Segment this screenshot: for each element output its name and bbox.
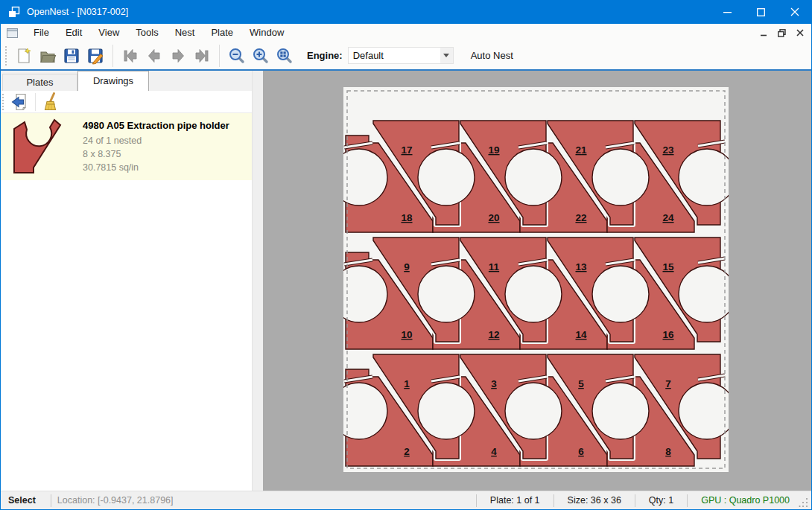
- status-separator: [554, 494, 554, 507]
- engine-value: Default: [349, 50, 440, 61]
- new-button[interactable]: [12, 45, 36, 67]
- menu-plate[interactable]: Plate: [203, 24, 241, 42]
- save-icon: [63, 47, 80, 65]
- panel-toolbar-separator: [35, 93, 36, 111]
- svg-text:21: 21: [575, 144, 587, 156]
- zoom-in-button[interactable]: [249, 45, 273, 67]
- tab-plates[interactable]: Plates: [2, 74, 77, 91]
- close-icon: [790, 7, 799, 16]
- menu-file[interactable]: File: [25, 24, 57, 42]
- zoom-out-button[interactable]: [225, 45, 249, 67]
- open-button[interactable]: [36, 45, 60, 67]
- toolbar-gripper[interactable]: [5, 46, 7, 66]
- part-thumbnail: [11, 118, 74, 175]
- first-plate-button[interactable]: [118, 45, 142, 67]
- zoom-fit-button[interactable]: [273, 45, 296, 67]
- title-bar: OpenNest - [N0317-002]: [1, 0, 811, 24]
- mdi-minimize-icon: [761, 30, 767, 36]
- broom-icon: [41, 92, 60, 112]
- mdi-close-button[interactable]: [796, 29, 804, 36]
- svg-text:14: 14: [575, 329, 587, 340]
- tab-strip: Plates Drawings: [1, 71, 252, 91]
- svg-text:5: 5: [578, 378, 584, 389]
- side-panel: Plates Drawings: [1, 71, 252, 491]
- panel-splitter[interactable]: [252, 71, 263, 491]
- maximize-button[interactable]: [744, 0, 778, 24]
- status-bar: Select Location: [-0.9437, 21.8796] Plat…: [1, 491, 811, 509]
- auto-nest-button[interactable]: Auto Nest: [466, 47, 518, 64]
- save-button[interactable]: [60, 45, 83, 67]
- previous-plate-button[interactable]: [142, 45, 166, 67]
- engine-select[interactable]: Default: [348, 47, 454, 64]
- svg-text:19: 19: [488, 144, 499, 156]
- previous-arrow-icon: [145, 47, 163, 65]
- close-button[interactable]: [778, 0, 811, 24]
- svg-text:16: 16: [662, 329, 674, 340]
- status-plate: Plate: 1 of 1: [483, 495, 548, 506]
- chevron-down-icon[interactable]: [440, 48, 453, 63]
- svg-text:10: 10: [401, 329, 412, 340]
- svg-text:4: 4: [491, 446, 497, 457]
- new-document-icon: [15, 47, 33, 65]
- mdi-restore-icon: [778, 29, 786, 37]
- status-separator: [51, 494, 51, 507]
- minimize-button[interactable]: [711, 0, 744, 24]
- import-drawing-button[interactable]: [9, 92, 31, 112]
- svg-text:8: 8: [665, 446, 671, 457]
- drawing-title: 4980 A05 Extraction pipe holder: [83, 120, 229, 131]
- save-as-button[interactable]: [83, 45, 107, 67]
- open-folder-icon: [39, 47, 57, 65]
- drawing-area: 30.7815 sq/in: [83, 161, 229, 174]
- svg-text:3: 3: [491, 378, 497, 389]
- toolbar-separator: [112, 45, 113, 67]
- svg-text:7: 7: [665, 378, 671, 389]
- drawing-nested-count: 24 of 1 nested: [83, 134, 229, 147]
- next-arrow-icon: [169, 47, 187, 65]
- svg-text:2: 2: [404, 446, 410, 457]
- drawing-list: 4980 A05 Extraction pipe holder 24 of 1 …: [1, 113, 252, 491]
- menu-window[interactable]: Window: [241, 24, 292, 42]
- mdi-minimize-button[interactable]: [761, 30, 767, 36]
- svg-text:12: 12: [488, 329, 499, 340]
- mdi-restore-button[interactable]: [778, 29, 786, 37]
- clear-drawings-button[interactable]: [39, 92, 62, 112]
- status-mode: Select: [1, 495, 45, 506]
- mdi-close-icon: [796, 29, 804, 36]
- status-separator: [687, 494, 688, 507]
- document-window-icon: [7, 28, 18, 38]
- svg-text:1: 1: [404, 378, 410, 389]
- status-separator: [476, 494, 477, 507]
- resize-grip[interactable]: [799, 495, 809, 509]
- engine-label: Engine:: [307, 50, 343, 61]
- last-plate-button[interactable]: [190, 45, 214, 67]
- main-toolbar: Engine: Default Auto Nest: [1, 42, 811, 69]
- svg-text:6: 6: [578, 446, 584, 457]
- svg-text:23: 23: [662, 144, 674, 156]
- status-size: Size: 36 x 36: [560, 495, 629, 506]
- menu-view[interactable]: View: [90, 24, 127, 42]
- drawing-list-item[interactable]: 4980 A05 Extraction pipe holder 24 of 1 …: [1, 113, 252, 180]
- drawing-dimensions: 8 x 8.375: [83, 147, 229, 161]
- menu-nest[interactable]: Nest: [167, 24, 203, 42]
- app-window: OpenNest - [N0317-002] File Edit View To…: [0, 0, 812, 510]
- panel-toolbar-gripper[interactable]: [2, 94, 4, 110]
- menu-tools[interactable]: Tools: [127, 24, 166, 42]
- svg-text:24: 24: [662, 212, 674, 223]
- save-as-icon: [86, 47, 104, 65]
- svg-text:20: 20: [488, 212, 499, 223]
- nest-canvas[interactable]: 171921231820222491113151012141613572468: [263, 71, 811, 491]
- window-title: OpenNest - [N0317-002]: [27, 7, 711, 17]
- status-qty: Qty: 1: [641, 495, 681, 506]
- maximize-icon: [757, 8, 765, 16]
- svg-text:17: 17: [401, 144, 412, 156]
- next-plate-button[interactable]: [166, 45, 190, 67]
- drawings-toolbar: [1, 91, 252, 113]
- svg-text:9: 9: [404, 261, 410, 272]
- status-location: Location: [-0.9437, 21.8796]: [57, 495, 174, 506]
- tab-drawings[interactable]: Drawings: [77, 71, 149, 91]
- status-separator: [635, 494, 635, 507]
- toolbar-separator: [219, 45, 220, 67]
- status-gpu: GPU : Quadro P1000: [694, 495, 797, 506]
- menu-edit[interactable]: Edit: [57, 24, 90, 42]
- svg-text:15: 15: [662, 261, 674, 272]
